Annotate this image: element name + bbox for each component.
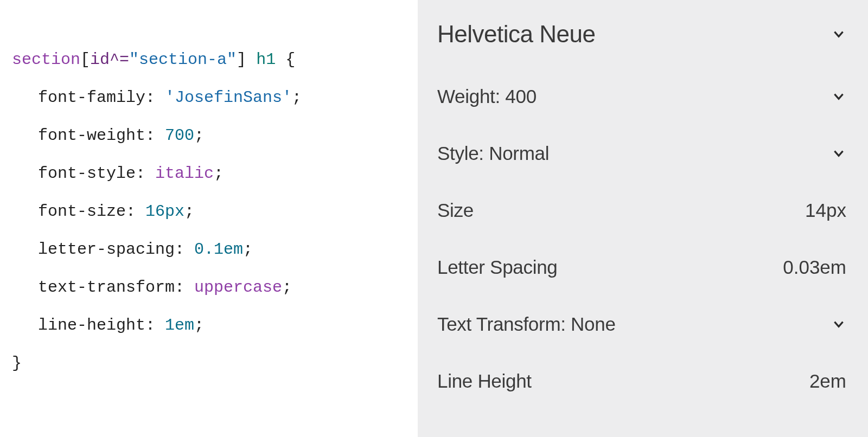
line-height-row[interactable]: Line Height 2em <box>418 352 868 409</box>
chevron-down-icon <box>831 27 846 42</box>
code-line-font-family: font-family: 'JosefinSans'; <box>12 89 418 106</box>
font-weight-dropdown[interactable]: Weight: 400 <box>418 68 868 125</box>
font-size-label: Size <box>437 200 474 221</box>
letter-spacing-label: Letter Spacing <box>437 256 558 278</box>
text-transform-label: Text Transform: None <box>437 313 616 335</box>
code-close-brace: } <box>12 354 22 372</box>
code-open-brace: { <box>285 50 295 69</box>
code-line-line-height: line-height: 1em; <box>12 317 418 333</box>
inspector-panel: Helvetica Neue Weight: 400 Style: Normal… <box>418 0 868 437</box>
font-style-dropdown[interactable]: Style: Normal <box>418 125 868 182</box>
chevron-down-icon <box>831 89 846 104</box>
font-size-row[interactable]: Size 14px <box>418 182 868 239</box>
code-line-text-transform: text-transform: uppercase; <box>12 279 418 295</box>
font-size-value: 14px <box>805 200 846 221</box>
code-selector-tag: section <box>12 50 80 69</box>
code-line-font-size: font-size: 16px; <box>12 203 418 220</box>
code-selector-attr: id^= <box>90 50 129 69</box>
code-line-font-weight: font-weight: 700; <box>12 127 418 144</box>
code-line-font-style: font-style: italic; <box>12 165 418 182</box>
code-line-selector: section[id^="section-a"] h1 { <box>12 52 418 68</box>
code-selector-element: h1 <box>256 50 276 69</box>
text-transform-dropdown[interactable]: Text Transform: None <box>418 295 868 352</box>
font-style-label: Style: Normal <box>437 143 549 164</box>
line-height-label: Line Height <box>437 370 532 392</box>
code-line-close: } <box>12 355 418 371</box>
chevron-down-icon <box>831 146 846 161</box>
line-height-value: 2em <box>809 370 846 392</box>
code-panel: section[id^="section-a"] h1 { font-famil… <box>0 0 418 437</box>
letter-spacing-value: 0.03em <box>783 256 846 278</box>
letter-spacing-row[interactable]: Letter Spacing 0.03em <box>418 239 868 295</box>
code-selector-string: "section-a" <box>129 50 237 69</box>
chevron-down-icon <box>831 317 846 332</box>
font-weight-label: Weight: 400 <box>437 86 537 107</box>
code-line-letter-spacing: letter-spacing: 0.1em; <box>12 241 418 258</box>
font-family-value: Helvetica Neue <box>437 21 595 48</box>
font-family-dropdown[interactable]: Helvetica Neue <box>418 0 868 68</box>
